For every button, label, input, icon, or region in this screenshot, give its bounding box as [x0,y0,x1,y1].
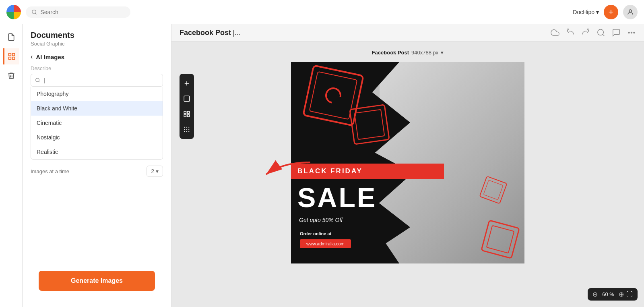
panel-title: Documents [31,31,163,40]
url-button: www.admiralia.com [300,239,351,248]
svg-point-10 [634,32,635,33]
panel-bottom: Generate Images [23,271,171,307]
svg-point-25 [186,131,187,132]
dropdown-item-realistic[interactable]: Realistic [31,145,163,159]
svg-rect-17 [184,115,186,117]
canvas-size-value: 940x788 px [411,50,438,56]
doc-titlebar: Facebook Post |... [171,24,644,41]
icon-sidebar [0,24,23,307]
style-dropdown: Photography Black and White Cinematic No… [31,74,163,87]
svg-point-26 [188,131,189,132]
zoom-value: 60 % [600,291,616,297]
doc-actions [551,28,636,37]
canvas-wrapper: Facebook Post 940x788 px ▾ [171,41,644,307]
svg-rect-5 [9,57,11,60]
brand-button[interactable]: DocHipo ▾ [573,9,599,15]
sidebar-item-trash[interactable] [3,68,19,84]
ai-images-label: AI Images [36,54,64,60]
svg-point-1 [629,10,632,12]
svg-point-22 [186,129,187,130]
svg-rect-15 [188,111,190,113]
left-panel: Documents Social Graphic ‹ AI Images Des… [23,24,171,307]
doc-title: Facebook Post |... [180,29,241,37]
style-dropdown-list: Photography Black and White Cinematic No… [31,87,163,160]
zoom-bar: ⊖ 60 % ⊕ ⛶ [588,288,638,301]
grid-tool[interactable] [180,107,194,121]
panel-header: Documents Social Graphic [23,24,171,48]
comment-icon[interactable] [612,28,621,37]
svg-point-6 [36,78,39,82]
svg-point-18 [184,127,185,128]
svg-rect-3 [12,54,15,56]
style-search-box[interactable] [31,74,163,87]
topbar-right: DocHipo ▾ + [573,5,638,19]
svg-point-19 [186,127,187,128]
images-at-time-label: Images at a time [31,168,69,174]
style-search-input[interactable] [43,77,159,83]
new-button[interactable]: + [604,5,618,19]
panel-subtitle: Social Graphic [31,41,163,47]
svg-rect-13 [184,96,190,102]
search-bar[interactable] [26,6,130,18]
generate-button[interactable]: Generate Images [39,271,155,291]
more-icon[interactable] [627,28,636,37]
ai-images-back[interactable]: ‹ AI Images [23,48,171,65]
main-area: Facebook Post |... Facebook Post 940x788… [171,24,644,307]
zoom-in-button[interactable]: ⊕ [619,290,624,298]
search-toolbar-icon[interactable] [597,28,605,37]
app-logo[interactable] [6,5,21,19]
svg-point-23 [188,129,189,130]
discount-text: Get upto 50% Off [299,217,343,223]
poster-canvas[interactable]: BLACK FRIDAY SALE Get upto 50% Off Order… [291,62,524,263]
images-chevron-icon: ▾ [156,168,159,174]
search-icon [31,9,37,15]
dropdown-item-bw[interactable]: Black and White [31,101,163,116]
dropdown-item-nostalgic[interactable]: Nostalgic [31,130,163,145]
describe-label: Describe [23,65,171,74]
dots-tool[interactable] [180,122,194,137]
zoom-in-tool[interactable] [180,76,194,91]
canvas-size-chevron[interactable]: ▾ [441,50,444,56]
fullscreen-button[interactable]: ⛶ [626,291,633,298]
svg-rect-16 [188,115,190,117]
sidebar-item-document[interactable] [3,29,19,45]
search-input[interactable] [40,9,125,15]
images-row: Images at a time 2 ▾ [23,159,171,183]
svg-point-9 [631,32,632,33]
svg-point-7 [598,29,604,35]
topbar: DocHipo ▾ + [0,0,644,24]
images-count-value: 2 [151,168,154,174]
canvas-size-indicator: Facebook Post 940x788 px ▾ [372,50,444,56]
canvas-size-title: Facebook Post [372,50,409,56]
canvas-toolbar [180,74,194,139]
sidebar-item-layout[interactable] [3,48,19,64]
cloud-icon[interactable] [551,28,559,37]
svg-rect-2 [9,54,11,56]
back-arrow-icon: ‹ [31,53,33,60]
order-text: Order online at [300,231,331,236]
undo-icon[interactable] [566,28,575,37]
black-friday-text: BLACK FRIDAY [297,167,363,175]
svg-point-21 [184,129,185,130]
svg-point-0 [32,10,36,14]
sale-text: SALE [297,184,377,211]
zoom-out-button[interactable]: ⊖ [592,290,598,298]
fit-tool[interactable] [180,91,194,106]
dropdown-item-photography[interactable]: Photography [31,87,163,101]
svg-point-24 [184,131,185,132]
user-avatar[interactable] [623,5,638,19]
redo-icon[interactable] [581,28,590,37]
svg-point-20 [188,127,189,128]
images-count-select[interactable]: 2 ▾ [147,166,163,177]
svg-rect-4 [12,57,15,60]
svg-point-8 [628,32,630,33]
dropdown-item-cinematic[interactable]: Cinematic [31,116,163,130]
svg-rect-14 [184,111,186,113]
search-small-icon [35,77,40,83]
